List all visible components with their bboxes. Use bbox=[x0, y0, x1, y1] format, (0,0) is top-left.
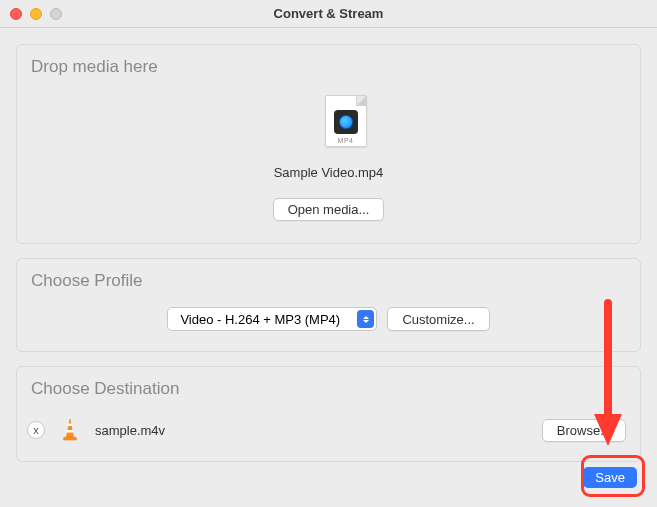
choose-profile-panel: Choose Profile Video - H.264 + MP3 (MP4)… bbox=[16, 258, 641, 352]
media-file-icon: MP4 bbox=[325, 95, 367, 147]
svg-marker-0 bbox=[66, 419, 73, 437]
window-title: Convert & Stream bbox=[10, 6, 647, 21]
customize-button[interactable]: Customize... bbox=[387, 307, 489, 331]
select-arrows-icon bbox=[357, 310, 374, 328]
drop-area[interactable]: MP4 Sample Video.mp4 Open media... bbox=[31, 87, 626, 231]
minimize-window-button[interactable] bbox=[30, 8, 42, 20]
media-file-name: Sample Video.mp4 bbox=[31, 165, 626, 180]
titlebar: Convert & Stream bbox=[0, 0, 657, 28]
drop-media-panel[interactable]: Drop media here MP4 Sample Video.mp4 Ope… bbox=[16, 44, 641, 244]
content-area: Drop media here MP4 Sample Video.mp4 Ope… bbox=[0, 28, 657, 484]
traffic-lights bbox=[10, 8, 62, 20]
quicktime-icon bbox=[334, 110, 358, 134]
vlc-cone-icon bbox=[59, 417, 81, 443]
profile-select[interactable]: Video - H.264 + MP3 (MP4) bbox=[167, 307, 377, 331]
svg-rect-1 bbox=[68, 424, 73, 426]
close-window-button[interactable] bbox=[10, 8, 22, 20]
choose-destination-title: Choose Destination bbox=[31, 379, 626, 399]
drop-media-title: Drop media here bbox=[31, 57, 626, 77]
maximize-window-button bbox=[50, 8, 62, 20]
open-media-button[interactable]: Open media... bbox=[273, 198, 385, 221]
browse-button[interactable]: Browse... bbox=[542, 419, 626, 442]
destination-file-name: sample.m4v bbox=[95, 423, 528, 438]
file-extension-label: MP4 bbox=[326, 137, 366, 144]
svg-rect-2 bbox=[67, 430, 74, 433]
svg-rect-3 bbox=[64, 437, 77, 440]
remove-destination-button[interactable]: x bbox=[27, 421, 45, 439]
choose-profile-title: Choose Profile bbox=[31, 271, 626, 291]
save-button[interactable]: Save bbox=[583, 467, 637, 488]
profile-select-label: Video - H.264 + MP3 (MP4) bbox=[180, 312, 357, 327]
choose-destination-panel: Choose Destination x sample.m4v Browse..… bbox=[16, 366, 641, 462]
